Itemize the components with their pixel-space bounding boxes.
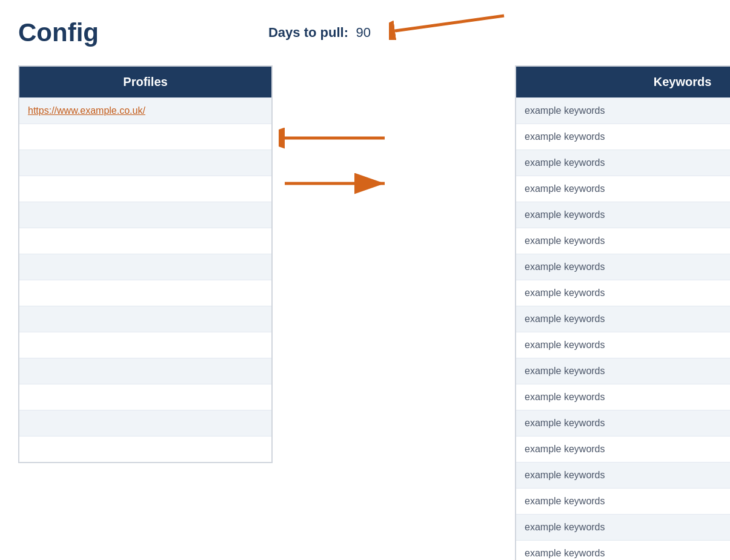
- table-row: example keywords: [516, 462, 730, 488]
- table-row: [19, 202, 271, 228]
- table-row: example keywords: [516, 436, 730, 462]
- svg-line-1: [395, 16, 504, 31]
- table-row: example keywords: [516, 254, 730, 280]
- page-title: Config: [18, 18, 99, 47]
- table-row: example keywords: [516, 202, 730, 228]
- tables-wrapper: Profiles https://www.example.co.uk/: [18, 65, 712, 560]
- arrow-profiles-icon: [279, 123, 391, 156]
- table-row: [19, 384, 271, 410]
- table-row: example keywords: [516, 488, 730, 514]
- table-row[interactable]: https://www.example.co.uk/: [19, 97, 271, 124]
- table-row: [19, 436, 271, 462]
- table-row: [19, 124, 271, 150]
- table-row: [19, 150, 271, 176]
- table-row: example keywords: [516, 124, 730, 150]
- table-row: example keywords: [516, 228, 730, 254]
- days-to-pull-label: Days to pull:: [268, 25, 348, 41]
- table-row: example keywords: [516, 176, 730, 202]
- table-row: example keywords: [516, 280, 730, 306]
- table-row: example keywords: [516, 332, 730, 358]
- table-row: [19, 306, 271, 332]
- table-row: [19, 410, 271, 436]
- profiles-table: Profiles https://www.example.co.uk/: [18, 65, 273, 463]
- days-to-pull-value: 90: [356, 25, 370, 41]
- profile-link[interactable]: https://www.example.co.uk/: [28, 105, 145, 116]
- table-row: example keywords: [516, 540, 730, 560]
- table-row: [19, 332, 271, 358]
- keywords-header: Keywords: [516, 67, 730, 97]
- table-row: example keywords: [516, 514, 730, 540]
- table-row: [19, 358, 271, 384]
- keywords-table: Keywords example keywords example keywor…: [515, 65, 730, 560]
- table-row: [19, 280, 271, 306]
- table-row: example keywords: [516, 358, 730, 384]
- arrow-days-icon: [389, 7, 510, 40]
- table-row: [19, 228, 271, 254]
- header: Config Days to pull: 90: [18, 18, 712, 47]
- table-row: example keywords: [516, 150, 730, 176]
- table-row: example keywords: [516, 410, 730, 436]
- table-row: example keywords: [516, 97, 730, 124]
- table-row: example keywords: [516, 306, 730, 332]
- arrow-keywords-icon: [279, 168, 391, 202]
- table-row: example keywords: [516, 384, 730, 410]
- table-row: [19, 254, 271, 280]
- table-row: [19, 176, 271, 202]
- profiles-header: Profiles: [19, 67, 271, 97]
